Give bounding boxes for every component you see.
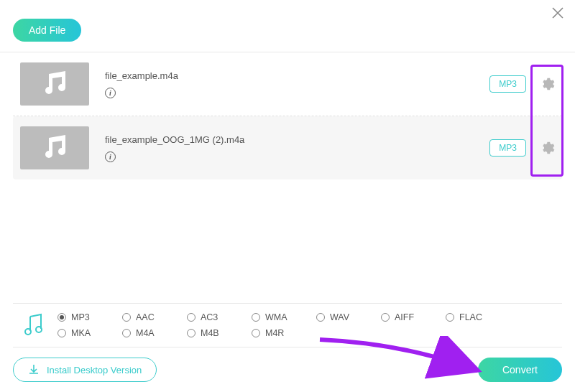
radio-icon bbox=[316, 313, 325, 322]
file-meta: file_example_OOG_1MG (2).m4a i bbox=[105, 134, 489, 162]
svg-point-1 bbox=[36, 327, 42, 332]
radio-icon bbox=[446, 313, 454, 322]
format-label: MKA bbox=[71, 328, 91, 338]
format-option-ac3[interactable]: AC3 bbox=[187, 312, 252, 322]
gear-icon[interactable] bbox=[539, 140, 555, 156]
info-icon[interactable]: i bbox=[105, 88, 116, 98]
radio-icon bbox=[187, 329, 196, 337]
audio-thumbnail-icon bbox=[20, 126, 89, 169]
format-label: WMA bbox=[265, 312, 288, 322]
file-format-badge[interactable]: MP3 bbox=[489, 75, 526, 93]
install-desktop-button[interactable]: Install Desktop Version bbox=[13, 358, 157, 382]
output-format-bar: MP3AACAC3WMAWAVAIFFFLACMKAM4AM4BM4R bbox=[13, 303, 562, 347]
radio-icon bbox=[187, 313, 196, 322]
radio-icon bbox=[58, 313, 66, 322]
radio-icon bbox=[252, 313, 260, 322]
radio-icon bbox=[381, 313, 390, 322]
radio-icon bbox=[58, 329, 66, 337]
format-option-mp3[interactable]: MP3 bbox=[58, 312, 122, 322]
file-name: file_example.m4a bbox=[105, 70, 489, 81]
radio-icon bbox=[122, 313, 131, 322]
format-label: MP3 bbox=[71, 312, 90, 322]
format-option-m4r[interactable]: M4R bbox=[252, 328, 316, 338]
format-label: WAV bbox=[330, 312, 349, 322]
format-label: M4R bbox=[265, 328, 284, 338]
file-meta: file_example.m4a i bbox=[105, 70, 489, 98]
audio-thumbnail-icon bbox=[20, 62, 89, 106]
bottom-bar: Install Desktop Version Convert bbox=[13, 358, 562, 382]
format-option-aac[interactable]: AAC bbox=[122, 312, 187, 322]
file-row: file_example.m4a i MP3 bbox=[13, 52, 562, 116]
convert-button[interactable]: Convert bbox=[478, 358, 562, 382]
format-label: AIFF bbox=[395, 312, 414, 322]
install-desktop-label: Install Desktop Version bbox=[47, 365, 142, 375]
format-label: M4B bbox=[201, 328, 219, 338]
svg-point-0 bbox=[25, 329, 31, 335]
format-option-flac[interactable]: FLAC bbox=[446, 312, 510, 322]
info-icon[interactable]: i bbox=[105, 151, 116, 162]
format-option-wma[interactable]: WMA bbox=[252, 312, 316, 322]
format-label: AC3 bbox=[201, 312, 218, 322]
add-file-button[interactable]: Add File bbox=[13, 19, 81, 42]
radio-icon bbox=[252, 329, 260, 337]
file-row: file_example_OOG_1MG (2).m4a i MP3 bbox=[13, 116, 562, 179]
format-option-m4b[interactable]: M4B bbox=[187, 328, 252, 338]
close-button[interactable] bbox=[551, 6, 565, 20]
file-format-badge[interactable]: MP3 bbox=[489, 139, 526, 157]
top-bar: Add File bbox=[0, 0, 575, 52]
gear-icon[interactable] bbox=[539, 76, 555, 92]
radio-icon bbox=[122, 329, 131, 337]
file-name: file_example_OOG_1MG (2).m4a bbox=[105, 134, 489, 145]
format-option-m4a[interactable]: M4A bbox=[122, 328, 187, 338]
format-option-mka[interactable]: MKA bbox=[58, 328, 122, 338]
format-label: M4A bbox=[136, 328, 155, 338]
format-option-aiff[interactable]: AIFF bbox=[381, 312, 446, 322]
file-list: file_example.m4a i MP3 file_example_OOG_… bbox=[0, 52, 575, 179]
download-icon bbox=[28, 364, 40, 375]
format-option-wav[interactable]: WAV bbox=[316, 312, 381, 322]
music-note-icon bbox=[19, 313, 49, 337]
format-label: FLAC bbox=[459, 312, 482, 322]
format-label: AAC bbox=[136, 312, 155, 322]
